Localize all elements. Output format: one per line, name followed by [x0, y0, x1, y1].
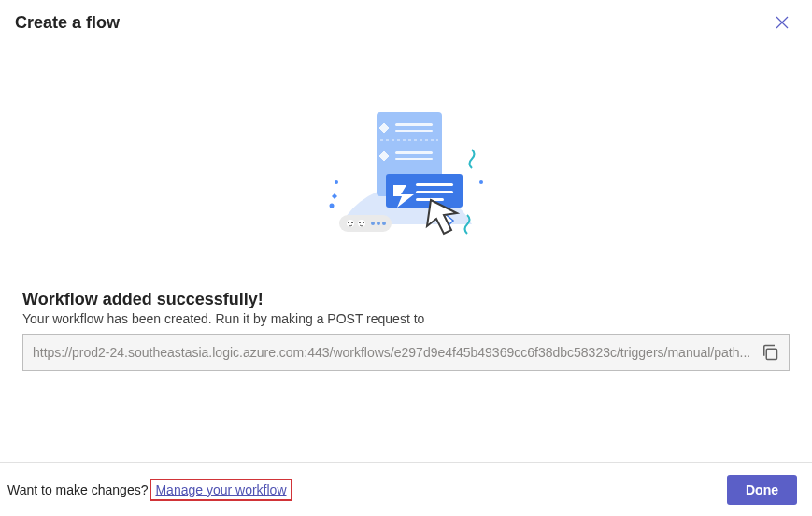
svg-rect-7 — [395, 130, 433, 132]
svg-point-4 — [479, 180, 483, 184]
svg-point-19 — [351, 222, 353, 223]
svg-rect-13 — [416, 191, 453, 194]
url-box: https://prod2-24.southeastasia.logic.azu… — [22, 334, 790, 371]
svg-point-25 — [382, 222, 386, 225]
success-subtext: Your workflow has been created. Run it b… — [22, 311, 790, 326]
done-button[interactable]: Done — [727, 475, 797, 505]
svg-rect-26 — [766, 349, 776, 359]
workflow-illustration-icon — [304, 93, 509, 243]
footer-prompt: Want to make changes? — [7, 482, 148, 497]
svg-rect-10 — [395, 158, 433, 160]
copy-icon — [761, 343, 779, 362]
svg-point-3 — [329, 204, 334, 208]
workflow-url: https://prod2-24.southeastasia.logic.azu… — [33, 345, 753, 360]
success-illustration — [0, 93, 812, 243]
svg-rect-9 — [395, 151, 433, 154]
dialog-title: Create a flow — [15, 13, 120, 33]
svg-point-21 — [359, 222, 361, 223]
svg-rect-6 — [395, 123, 433, 126]
close-icon — [776, 16, 789, 29]
dialog-header: Create a flow — [0, 0, 812, 37]
svg-point-22 — [363, 222, 364, 223]
dialog-footer: Want to make changes? Manage your workfl… — [0, 462, 812, 516]
svg-point-23 — [371, 222, 375, 225]
svg-rect-12 — [416, 183, 453, 186]
manage-workflow-link[interactable]: Manage your workflow — [150, 479, 292, 501]
close-button[interactable] — [767, 7, 797, 37]
copy-button[interactable] — [761, 343, 779, 362]
svg-point-2 — [335, 180, 338, 184]
svg-point-24 — [377, 222, 380, 225]
success-heading: Workflow added successfully! — [22, 290, 790, 309]
svg-point-18 — [348, 222, 349, 223]
content-area: Workflow added successfully! Your workfl… — [0, 290, 812, 371]
footer-prompt-group: Want to make changes? Manage your workfl… — [7, 479, 292, 501]
